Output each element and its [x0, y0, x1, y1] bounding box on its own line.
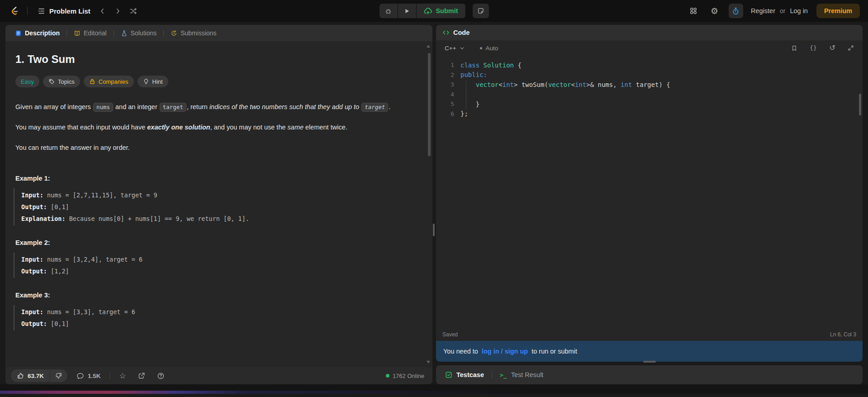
tab-test-result[interactable]: >_ Test Result	[497, 371, 546, 379]
apps-button[interactable]	[687, 6, 700, 15]
hint-label: Hint	[152, 78, 163, 85]
bookmark-button[interactable]	[788, 44, 800, 52]
reset-icon: ↺	[830, 44, 835, 52]
submit-button[interactable]: Submit	[416, 4, 465, 18]
statement-strong-emphasis: exactly one solution	[147, 124, 210, 131]
register-link[interactable]: Register	[751, 7, 775, 14]
line-number: 6	[436, 110, 454, 117]
leetcode-logo-icon	[10, 5, 20, 16]
navbar-run-controls: Submit	[379, 4, 489, 18]
example-row: Output: [0,1]	[21, 318, 422, 330]
example-input-key: Input:	[21, 308, 43, 316]
dislike-button[interactable]	[50, 369, 67, 382]
leetcode-problem-page: Problem List	[0, 0, 868, 394]
tab-solutions[interactable]: Solutions	[118, 29, 160, 37]
help-button[interactable]	[154, 372, 167, 380]
tab-divider	[163, 30, 164, 36]
login-required-banner: You need to log in / sign up to run or s…	[436, 341, 863, 362]
line-number: 4	[436, 91, 454, 98]
comment-count: 1.5K	[88, 373, 101, 379]
auto-format-toggle[interactable]: Auto	[477, 44, 501, 52]
run-button[interactable]	[398, 4, 416, 18]
example-2-label: Example 2:	[15, 239, 422, 246]
next-problem-button[interactable]	[111, 4, 125, 18]
inline-code-target-italic: target	[361, 103, 388, 112]
scrollbar-down-arrow-icon[interactable]	[427, 361, 430, 364]
note-icon	[477, 7, 484, 14]
notes-button[interactable]	[473, 4, 489, 18]
code-line: 4	[436, 90, 863, 100]
timer-button[interactable]	[729, 4, 743, 18]
online-dot-icon	[386, 374, 389, 378]
random-problem-button[interactable]	[127, 4, 140, 18]
comments-button[interactable]: 1.5K	[74, 372, 104, 380]
console-divider	[492, 372, 492, 378]
language-selector[interactable]: C++	[442, 44, 467, 52]
code-toolbar: C++ Auto	[436, 40, 863, 56]
problem-list-button[interactable]: Problem List	[34, 7, 94, 15]
auto-label: Auto	[486, 45, 498, 52]
hint-badge[interactable]: Hint	[138, 76, 168, 87]
statement-text: , and you may not use the	[210, 124, 288, 131]
example-row: Output: [1,2]	[21, 265, 422, 277]
difficulty-badge[interactable]: Easy	[15, 76, 39, 87]
example-output-value: [0,1]	[47, 320, 69, 327]
statement-paragraph-1: Given an array of integers nums and an i…	[15, 101, 422, 113]
example-input-key: Input:	[21, 256, 43, 263]
description-panel: Description Editorial	[5, 25, 432, 384]
tab-submissions-label: Submissions	[180, 29, 216, 37]
example-input-value: nums = [3,2,4], target = 6	[43, 256, 142, 263]
horizontal-resize-handle[interactable]	[643, 361, 656, 363]
prev-problem-button[interactable]	[96, 4, 109, 18]
debug-button[interactable]	[379, 4, 397, 18]
code-line: 3 vector<int> twoSum(vector<int>& nums, …	[436, 80, 863, 90]
editor-scrollbar-thumb[interactable]	[859, 94, 861, 115]
fullscreen-button[interactable]	[845, 44, 857, 52]
settings-button[interactable]: ⚙	[708, 6, 721, 16]
tab-solutions-label: Solutions	[131, 29, 157, 37]
leetcode-logo[interactable]	[8, 5, 22, 16]
statement-text: You may assume that each input would hav…	[15, 124, 147, 131]
favorite-button[interactable]: ☆	[117, 372, 129, 380]
share-button[interactable]	[135, 372, 148, 380]
star-icon: ☆	[119, 372, 126, 380]
reset-code-button[interactable]: ↺	[827, 44, 838, 52]
description-doc-icon	[15, 30, 22, 37]
line-number: 5	[436, 100, 454, 107]
tab-testcase[interactable]: Testcase	[442, 371, 487, 379]
nav-divider	[27, 7, 28, 15]
statement-text: Given an array of integers	[15, 103, 93, 110]
code-panel: Code C++ Auto	[436, 25, 863, 362]
statement-paragraph-3: You can return the answer in any order.	[15, 142, 422, 154]
line-number: 1	[436, 62, 454, 68]
example-1-block: Input: nums = [2,7,11,15], target = 9 Ou…	[14, 188, 422, 225]
tab-editorial[interactable]: Editorial	[71, 29, 110, 37]
book-icon	[74, 30, 81, 37]
format-code-button[interactable]: {}	[807, 44, 820, 52]
bottom-gradient-decoration	[0, 391, 538, 394]
scrollbar-thumb[interactable]	[428, 53, 431, 156]
login-link[interactable]: Log in	[790, 7, 808, 14]
like-count: 63.7K	[28, 373, 44, 379]
question-circle-icon	[157, 372, 165, 380]
tab-description-label: Description	[25, 29, 60, 37]
main-area: Description Editorial	[0, 22, 868, 384]
navbar-left: Problem List	[8, 4, 140, 18]
companies-badge[interactable]: Companies	[84, 76, 134, 87]
login-signup-link[interactable]: log in / sign up	[482, 348, 528, 355]
code-panel-title: Code	[453, 29, 470, 36]
topics-badge[interactable]: Topics	[43, 76, 80, 87]
code-panel-header: Code	[436, 25, 863, 40]
vertical-resize-handle[interactable]	[433, 224, 435, 236]
statement-emphasis: same	[288, 124, 304, 131]
comment-bubble-icon	[76, 372, 84, 380]
tab-submissions[interactable]: Submissions	[167, 29, 219, 37]
statement-text: .	[389, 103, 390, 110]
test-result-label: Test Result	[511, 371, 544, 378]
editor-statusbar: Saved Ln 6, Col 3	[436, 328, 863, 341]
scrollbar-up-arrow-icon[interactable]	[427, 45, 430, 48]
code-editor[interactable]: 1 class Solution { 2 public: 3 vector<in…	[436, 56, 863, 328]
like-button[interactable]: 63.7K	[11, 369, 50, 382]
tab-description[interactable]: Description	[12, 29, 63, 37]
premium-button[interactable]: Premium	[816, 4, 860, 18]
